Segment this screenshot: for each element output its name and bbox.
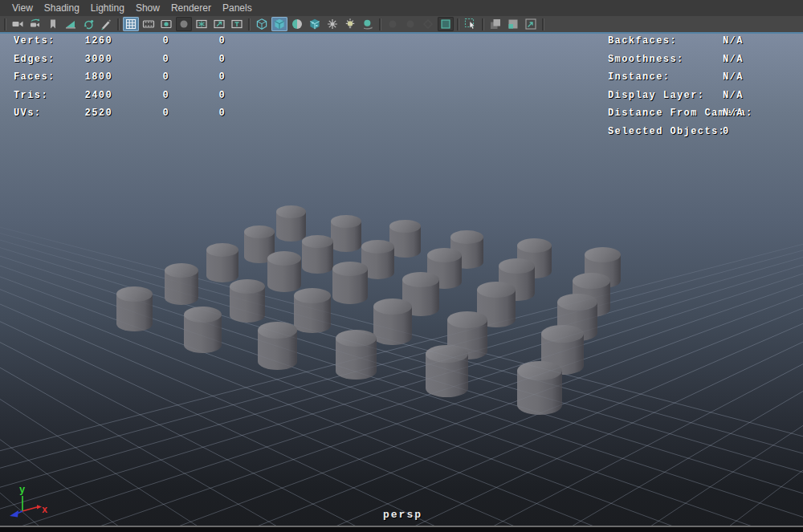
isolate-unselected-icon[interactable] <box>487 17 503 31</box>
renderer-option-icon-3 <box>420 17 436 31</box>
cylinder-object[interactable] <box>258 322 297 371</box>
renderer-option-icon-1 <box>385 17 401 31</box>
camera-name-label: persp <box>383 509 422 521</box>
hud-stat-label: Verts: <box>14 35 82 54</box>
hud-detail-value: 0 <box>723 126 730 137</box>
cylinder-object[interactable] <box>302 235 333 274</box>
hud-stat-label: Tris: <box>14 90 82 108</box>
hud-stat-value: 0 <box>112 35 169 54</box>
cylinder-object[interactable] <box>517 361 562 416</box>
hud-detail-label: Backfaces: <box>608 35 677 47</box>
menu-item-lighting[interactable]: Lighting <box>85 2 130 14</box>
video-camera-icon[interactable] <box>10 17 26 31</box>
lighting-icon[interactable] <box>342 17 358 31</box>
hud-row: Display Layer:N/A <box>608 90 744 108</box>
cylinder-object[interactable] <box>332 262 368 305</box>
menu-item-renderer[interactable]: Renderer <box>165 2 217 14</box>
cylinder-cap <box>373 298 412 315</box>
cylinder-cap <box>332 262 368 276</box>
smooth-shade-icon[interactable] <box>271 17 287 31</box>
bookmark-icon[interactable] <box>45 17 61 31</box>
default-material-icon[interactable] <box>324 17 340 31</box>
image-plane-icon[interactable] <box>63 17 79 31</box>
isolate-selected-icon[interactable] <box>505 17 521 31</box>
y-axis-label: y <box>19 485 25 496</box>
cylinder-cap <box>402 272 439 287</box>
cylinder-cap <box>361 240 394 254</box>
cylinder-object[interactable] <box>184 307 222 354</box>
select-tool-icon[interactable] <box>463 17 479 31</box>
cylinder-cap <box>517 238 552 253</box>
cylinder-object[interactable] <box>294 288 331 334</box>
toolbar-separator <box>117 18 120 30</box>
pan-zoom-icon[interactable] <box>80 17 96 31</box>
cylinder-object[interactable] <box>267 251 301 293</box>
cylinder-object[interactable] <box>373 298 412 346</box>
hud-stat-value: 0 <box>112 71 169 90</box>
hud-detail-value: N/A <box>723 90 744 101</box>
wireframe-icon[interactable] <box>254 17 270 31</box>
toolbar-separator <box>542 18 544 30</box>
hud-stat-label: Edges: <box>14 54 82 72</box>
viewport-renderer-icon[interactable] <box>438 17 454 31</box>
film-gate-icon[interactable] <box>141 17 157 31</box>
toolbar-separator <box>379 18 381 30</box>
cylinder-object[interactable] <box>206 243 238 283</box>
cylinder-object[interactable] <box>331 215 361 253</box>
hud-row: Distance From Camera:N/A <box>608 108 744 126</box>
z-axis-arrow <box>10 510 18 518</box>
z-axis-line <box>17 511 22 514</box>
cylinder-object[interactable] <box>116 286 153 332</box>
gate-mask-icon[interactable] <box>176 17 192 31</box>
hud-stat-value: 1260 <box>82 35 112 54</box>
hud-row: Instance:N/A <box>608 71 744 90</box>
hud-detail-label: Instance: <box>608 71 670 83</box>
hud-stat-value: 0 <box>112 90 169 108</box>
resolution-gate-icon[interactable] <box>158 17 174 31</box>
cylinder-cap <box>585 247 621 262</box>
hud-detail-label: Display Layer: <box>608 90 704 101</box>
menu-item-panels[interactable]: Panels <box>217 2 258 14</box>
view-axis-gizmo: y x <box>0 480 64 525</box>
renderer-option-icon-2 <box>402 17 418 31</box>
cylinder-object[interactable] <box>230 279 265 323</box>
cylinder-object[interactable] <box>165 263 198 306</box>
cylinder-cap <box>426 345 468 363</box>
grid-toggle-icon[interactable] <box>123 17 139 31</box>
x-axis-arrow <box>37 505 42 509</box>
camera-attributes-icon[interactable] <box>27 17 43 31</box>
cylinder-cap <box>244 225 275 238</box>
cylinder-cap <box>302 235 333 248</box>
cylinder-cap <box>294 288 331 303</box>
hud-stat-value: 0 <box>169 108 226 126</box>
cylinder-cap <box>389 220 421 233</box>
field-chart-icon[interactable] <box>194 17 210 31</box>
hud-detail-label: Selected Objects: <box>608 126 725 137</box>
menu-item-shading[interactable]: Shading <box>39 2 85 14</box>
cylinder-cap <box>541 325 584 343</box>
safe-title-icon[interactable] <box>229 17 245 31</box>
menu-item-view[interactable]: View <box>6 2 39 14</box>
toolbar-separator <box>482 18 484 30</box>
hud-row: Faces:180000 <box>14 71 226 90</box>
textured-icon[interactable] <box>307 17 323 31</box>
grease-pencil-icon[interactable] <box>98 17 114 31</box>
toolbar-separator <box>248 18 251 30</box>
hud-poly-count: Verts:126000Edges:300000Faces:180000Tris… <box>14 35 226 126</box>
cylinder-cap <box>165 263 198 278</box>
zoom-region-icon[interactable] <box>523 17 539 31</box>
cylinder-cap <box>557 294 597 311</box>
hud-stat-value: 1800 <box>82 71 112 90</box>
hud-stat-value: 2400 <box>82 90 112 108</box>
cylinder-cap <box>230 279 265 294</box>
cylinder-object[interactable] <box>426 345 468 398</box>
shadows-icon[interactable] <box>360 17 376 31</box>
menu-item-show[interactable]: Show <box>130 2 165 14</box>
toolbar <box>0 16 803 34</box>
cylinder-object[interactable] <box>336 330 377 380</box>
flat-shade-icon[interactable] <box>289 17 305 31</box>
hud-row: Smoothness:N/A <box>608 54 744 72</box>
safe-action-icon[interactable] <box>211 17 227 31</box>
viewport-3d[interactable]: Verts:126000Edges:300000Faces:180000Tris… <box>0 34 803 526</box>
hud-row: Selected Objects:0 <box>608 126 744 144</box>
